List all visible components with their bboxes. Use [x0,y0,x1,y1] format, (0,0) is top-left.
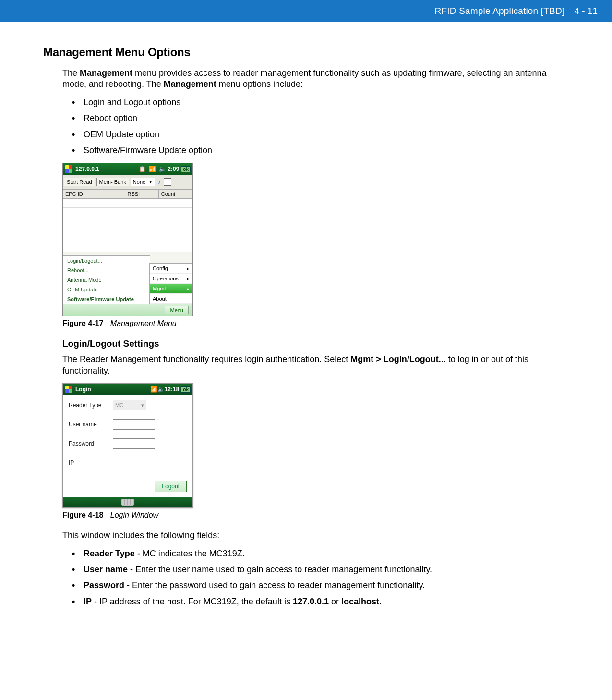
row-reader-type: Reader Type MC ▾ [69,400,187,410]
fig17-grid-body [63,199,192,252]
intro-text-3: menu options include: [216,79,303,89]
fig17-window: 127.0.0.1 📋 📶 🔈 2:09 ok Start Read Mem- … [62,163,193,316]
field-ip-default: 127.0.0.1 [293,597,329,606]
figure-4-18: Login 📶 🔈 12:18 ok Reader Type MC ▾ User… [62,383,569,508]
fig17-titlebar: 127.0.0.1 📋 📶 🔈 2:09 ok [63,163,192,175]
start-read-button[interactable]: Start Read [64,178,95,186]
fig18-footer [63,497,192,507]
menu-label: About [153,296,167,302]
intro-text-2: menu provides access to reader managemen… [62,68,547,89]
logout-button[interactable]: Logout [155,481,187,492]
keyboard-icon[interactable] [121,499,134,506]
ok-button[interactable]: ok [181,166,191,172]
fields-intro: This window includes the following field… [62,530,569,541]
field-name: Password [84,580,124,590]
sub-text-1: The Reader Management functionality requ… [62,354,350,364]
reader-type-value: MC [115,402,123,408]
sub-bold: Mgmt > Login/Logout... [350,354,445,364]
field-name: Reader Type [84,549,135,558]
chevron-right-icon: ▸ [187,276,189,281]
field-name: IP [84,597,92,606]
menu-item-reboot[interactable]: Reboot... [63,266,150,275]
page-content: Management Menu Options The Management m… [0,22,612,624]
menu-item-config[interactable]: Config▸ [150,264,192,274]
col-rssi: RSSI [125,190,159,198]
col-count: Count [159,190,192,198]
fig17-bottom-bar: Menu [63,304,192,316]
signal-icon: 📶 [150,386,157,393]
ip-label: IP [69,459,113,466]
menu-item-antenna-mode[interactable]: Antenna Mode [63,275,150,285]
menu-item-mgmt[interactable]: Mgmt▸ [150,284,192,294]
password-label: Password [69,440,113,447]
field-desc: - Enter the user name used to gain acces… [128,565,432,574]
subsection-paragraph: The Reader Management functionality requ… [62,354,569,376]
menu-label: Mgmt [153,286,166,291]
fig18-title: Login [75,386,91,393]
clipboard-icon: 📋 [139,166,146,172]
row-username: User name [69,419,187,430]
figure-4-17: 127.0.0.1 📋 📶 🔈 2:09 ok Start Read Mem- … [62,163,569,316]
fig18-time: 12:18 [165,386,180,393]
menu-button[interactable]: Menu [165,306,189,314]
intro-bold-2: Management [164,79,216,89]
list-item: Reboot option [72,113,569,124]
list-item: OEM Update option [72,129,569,140]
menu-item-login-logout[interactable]: Login/Logout... [63,256,150,266]
fig17-toolbar: Start Read Mem- Bank None ▼ ♪ [63,175,192,190]
intro-bold-1: Management [80,68,132,78]
header-page-number: 4 - 11 [574,6,598,16]
mem-bank-label: Mem- Bank [96,178,129,186]
username-input[interactable] [113,419,155,430]
speaker-icon: 🔈 [159,166,166,172]
list-item: Password - Enter the password used to ga… [72,580,569,591]
mem-bank-select[interactable]: None ▼ [131,178,155,186]
field-desc-end: . [379,597,382,606]
col-epc: EPC ID [63,190,125,198]
fig17-menu-overlay: Login/Logout... Reboot... Antenna Mode O… [63,252,192,304]
options-list: Login and Logout options Reboot option O… [72,97,569,157]
menu-label: Config [153,266,168,271]
field-name: User name [84,565,128,574]
fig17-main-menu: Config▸ Operations▸ Mgmt▸ About [149,263,192,304]
windows-logo-icon [65,165,72,173]
fig18-button-row: Logout [63,479,192,497]
reader-type-select[interactable]: MC ▾ [113,400,146,410]
subsection-heading: Login/Logout Settings [62,338,569,349]
intro-paragraph: The Management menu provides access to r… [62,68,569,90]
fig18-titlebar: Login 📶 🔈 12:18 ok [63,384,192,395]
ok-button[interactable]: ok [181,386,191,393]
section-heading: Management Menu Options [43,46,569,59]
fig17-mgmt-submenu: Login/Logout... Reboot... Antenna Mode O… [63,255,150,304]
list-item: User name - Enter the user name used to … [72,564,569,575]
checkbox[interactable] [164,178,171,186]
menu-item-about[interactable]: About [150,294,192,304]
list-item: Login and Logout options [72,97,569,108]
fig17-title-ip: 127.0.0.1 [75,166,99,172]
field-desc: - Enter the password used to gain access… [124,580,425,590]
fields-list: Reader Type - MC indicates the MC319Z. U… [72,548,569,608]
chevron-down-icon: ▾ [141,402,144,409]
fig17-time: 2:09 [168,166,179,172]
fig17-caption-title: Management Menu [110,319,177,327]
password-input[interactable] [113,438,155,449]
menu-item-operations[interactable]: Operations▸ [150,274,192,284]
field-localhost: localhost [341,597,379,606]
chevron-right-icon: ▸ [187,266,189,271]
chevron-right-icon: ▸ [187,286,189,291]
intro-text-1: The [62,68,80,78]
header-title: RFID Sample Application [TBD] [435,6,565,16]
menu-item-firmware-update[interactable]: Software/Firmware Update [63,294,150,304]
reader-type-label: Reader Type [69,402,113,409]
ip-input[interactable] [113,458,155,468]
fig18-caption-title: Login Window [110,511,158,519]
speaker-icon: 🔈 [157,386,165,393]
fig17-caption-label: Figure 4-17 [62,319,103,327]
list-item: IP - IP address of the host. For MC319Z,… [72,596,569,607]
windows-logo-icon [65,386,72,393]
fig18-form: Reader Type MC ▾ User name Password IP [63,395,192,479]
menu-item-oem-update[interactable]: OEM Update [63,285,150,294]
fig18-caption: Figure 4-18 Login Window [62,511,569,519]
row-ip: IP [69,458,187,468]
page-header: RFID Sample Application [TBD] 4 - 11 [0,0,612,22]
